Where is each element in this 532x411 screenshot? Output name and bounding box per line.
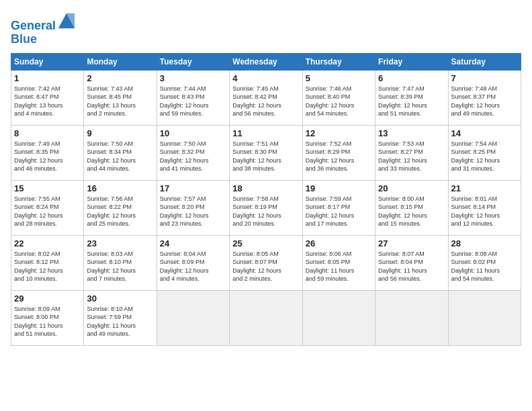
header: General Blue <box>11 11 521 46</box>
day-detail: Sunrise: 7:52 AM Sunset: 8:29 PM Dayligh… <box>306 140 372 173</box>
calendar-cell: 4Sunrise: 7:45 AM Sunset: 8:42 PM Daylig… <box>230 70 302 125</box>
day-number: 11 <box>232 128 299 138</box>
day-number: 21 <box>451 183 518 193</box>
day-detail: Sunrise: 7:55 AM Sunset: 8:24 PM Dayligh… <box>14 195 81 228</box>
calendar-cell: 23Sunrise: 8:03 AM Sunset: 8:10 PM Dayli… <box>84 235 157 290</box>
day-number: 30 <box>87 293 153 304</box>
calendar-cell: 28Sunrise: 8:08 AM Sunset: 8:02 PM Dayli… <box>448 235 521 290</box>
day-detail: Sunrise: 7:56 AM Sunset: 8:22 PM Dayligh… <box>87 195 153 228</box>
day-number: 20 <box>378 183 445 193</box>
day-detail: Sunrise: 7:47 AM Sunset: 8:39 PM Dayligh… <box>378 85 445 118</box>
weekday-header-thursday: Thursday <box>302 53 375 70</box>
day-number: 18 <box>232 183 299 193</box>
calendar-table: SundayMondayTuesdayWednesdayThursdayFrid… <box>11 53 521 346</box>
day-number: 14 <box>451 128 518 138</box>
day-number: 16 <box>87 183 153 193</box>
weekday-header-tuesday: Tuesday <box>157 53 229 70</box>
calendar-cell: 14Sunrise: 7:54 AM Sunset: 8:25 PM Dayli… <box>448 125 521 180</box>
day-detail: Sunrise: 8:02 AM Sunset: 8:12 PM Dayligh… <box>14 250 81 283</box>
page-container: General Blue SundayMondayTuesdayWednesda… <box>0 0 532 351</box>
day-detail: Sunrise: 7:51 AM Sunset: 8:30 PM Dayligh… <box>232 140 299 173</box>
day-detail: Sunrise: 7:59 AM Sunset: 8:17 PM Dayligh… <box>306 195 372 228</box>
weekday-header-monday: Monday <box>84 53 157 70</box>
day-number: 2 <box>87 73 153 83</box>
calendar-cell: 12Sunrise: 7:52 AM Sunset: 8:29 PM Dayli… <box>302 125 375 180</box>
day-detail: Sunrise: 8:05 AM Sunset: 8:07 PM Dayligh… <box>232 250 299 283</box>
calendar-cell: 13Sunrise: 7:53 AM Sunset: 8:27 PM Dayli… <box>375 125 448 180</box>
calendar-cell: 17Sunrise: 7:57 AM Sunset: 8:20 PM Dayli… <box>157 180 229 235</box>
day-detail: Sunrise: 8:10 AM Sunset: 7:59 PM Dayligh… <box>87 305 153 338</box>
logo-blue: Blue <box>11 32 37 46</box>
day-number: 26 <box>306 238 372 248</box>
calendar-cell: 9Sunrise: 7:50 AM Sunset: 8:34 PM Daylig… <box>84 125 157 180</box>
day-number: 10 <box>160 128 226 138</box>
calendar-cell <box>302 290 375 345</box>
calendar-cell: 7Sunrise: 7:48 AM Sunset: 8:37 PM Daylig… <box>448 70 521 125</box>
calendar-cell: 16Sunrise: 7:56 AM Sunset: 8:22 PM Dayli… <box>84 180 157 235</box>
calendar-cell: 5Sunrise: 7:46 AM Sunset: 8:40 PM Daylig… <box>302 70 375 125</box>
week-row-1: 1Sunrise: 7:42 AM Sunset: 8:47 PM Daylig… <box>11 70 521 125</box>
day-detail: Sunrise: 7:45 AM Sunset: 8:42 PM Dayligh… <box>232 85 299 118</box>
day-number: 23 <box>87 238 153 248</box>
day-number: 6 <box>378 73 445 83</box>
logo-icon <box>57 11 76 30</box>
calendar-cell: 6Sunrise: 7:47 AM Sunset: 8:39 PM Daylig… <box>375 70 448 125</box>
calendar-cell: 3Sunrise: 7:44 AM Sunset: 8:43 PM Daylig… <box>157 70 229 125</box>
calendar-cell: 19Sunrise: 7:59 AM Sunset: 8:17 PM Dayli… <box>302 180 375 235</box>
day-detail: Sunrise: 8:06 AM Sunset: 8:05 PM Dayligh… <box>306 250 372 283</box>
day-number: 3 <box>160 73 226 83</box>
day-detail: Sunrise: 7:58 AM Sunset: 8:19 PM Dayligh… <box>232 195 299 228</box>
logo: General Blue <box>11 11 76 46</box>
weekday-header-wednesday: Wednesday <box>230 53 302 70</box>
day-detail: Sunrise: 7:53 AM Sunset: 8:27 PM Dayligh… <box>378 140 445 173</box>
day-number: 27 <box>378 238 445 248</box>
calendar-body: 1Sunrise: 7:42 AM Sunset: 8:47 PM Daylig… <box>11 70 521 345</box>
day-number: 9 <box>87 128 153 138</box>
calendar-cell: 1Sunrise: 7:42 AM Sunset: 8:47 PM Daylig… <box>11 70 84 125</box>
day-detail: Sunrise: 7:42 AM Sunset: 8:47 PM Dayligh… <box>14 85 81 118</box>
day-detail: Sunrise: 8:07 AM Sunset: 8:04 PM Dayligh… <box>378 250 445 283</box>
week-row-5: 29Sunrise: 8:09 AM Sunset: 8:00 PM Dayli… <box>11 290 521 345</box>
day-detail: Sunrise: 7:46 AM Sunset: 8:40 PM Dayligh… <box>306 85 372 118</box>
calendar-cell <box>448 290 521 345</box>
calendar-cell: 15Sunrise: 7:55 AM Sunset: 8:24 PM Dayli… <box>11 180 84 235</box>
day-number: 15 <box>14 183 81 193</box>
calendar-cell: 30Sunrise: 8:10 AM Sunset: 7:59 PM Dayli… <box>84 290 157 345</box>
weekday-header-row: SundayMondayTuesdayWednesdayThursdayFrid… <box>11 53 521 70</box>
day-number: 28 <box>451 238 518 248</box>
calendar-cell: 25Sunrise: 8:05 AM Sunset: 8:07 PM Dayli… <box>230 235 302 290</box>
calendar-cell: 26Sunrise: 8:06 AM Sunset: 8:05 PM Dayli… <box>302 235 375 290</box>
day-detail: Sunrise: 7:49 AM Sunset: 8:35 PM Dayligh… <box>14 140 81 173</box>
day-detail: Sunrise: 7:43 AM Sunset: 8:45 PM Dayligh… <box>87 85 153 118</box>
weekday-header-sunday: Sunday <box>11 53 84 70</box>
day-detail: Sunrise: 7:54 AM Sunset: 8:25 PM Dayligh… <box>451 140 518 173</box>
day-detail: Sunrise: 8:00 AM Sunset: 8:15 PM Dayligh… <box>378 195 445 228</box>
day-number: 22 <box>14 238 81 248</box>
week-row-2: 8Sunrise: 7:49 AM Sunset: 8:35 PM Daylig… <box>11 125 521 180</box>
calendar-cell: 2Sunrise: 7:43 AM Sunset: 8:45 PM Daylig… <box>84 70 157 125</box>
calendar-cell <box>375 290 448 345</box>
day-number: 25 <box>232 238 299 248</box>
calendar-cell <box>230 290 302 345</box>
day-number: 5 <box>306 73 372 83</box>
calendar-cell: 8Sunrise: 7:49 AM Sunset: 8:35 PM Daylig… <box>11 125 84 180</box>
day-number: 7 <box>451 73 518 83</box>
day-detail: Sunrise: 8:08 AM Sunset: 8:02 PM Dayligh… <box>451 250 518 283</box>
calendar-cell: 22Sunrise: 8:02 AM Sunset: 8:12 PM Dayli… <box>11 235 84 290</box>
weekday-header-friday: Friday <box>375 53 448 70</box>
calendar-cell: 21Sunrise: 8:01 AM Sunset: 8:14 PM Dayli… <box>448 180 521 235</box>
calendar-cell: 29Sunrise: 8:09 AM Sunset: 8:00 PM Dayli… <box>11 290 84 345</box>
logo-general: General <box>11 19 56 32</box>
calendar-cell: 10Sunrise: 7:50 AM Sunset: 8:32 PM Dayli… <box>157 125 229 180</box>
day-detail: Sunrise: 7:50 AM Sunset: 8:32 PM Dayligh… <box>160 140 226 173</box>
day-number: 24 <box>160 238 226 248</box>
day-detail: Sunrise: 7:57 AM Sunset: 8:20 PM Dayligh… <box>160 195 226 228</box>
day-detail: Sunrise: 8:09 AM Sunset: 8:00 PM Dayligh… <box>14 305 81 338</box>
week-row-3: 15Sunrise: 7:55 AM Sunset: 8:24 PM Dayli… <box>11 180 521 235</box>
day-number: 8 <box>14 128 81 138</box>
calendar-cell: 27Sunrise: 8:07 AM Sunset: 8:04 PM Dayli… <box>375 235 448 290</box>
week-row-4: 22Sunrise: 8:02 AM Sunset: 8:12 PM Dayli… <box>11 235 521 290</box>
calendar-cell: 18Sunrise: 7:58 AM Sunset: 8:19 PM Dayli… <box>230 180 302 235</box>
day-detail: Sunrise: 8:01 AM Sunset: 8:14 PM Dayligh… <box>451 195 518 228</box>
calendar-cell: 24Sunrise: 8:04 AM Sunset: 8:09 PM Dayli… <box>157 235 229 290</box>
